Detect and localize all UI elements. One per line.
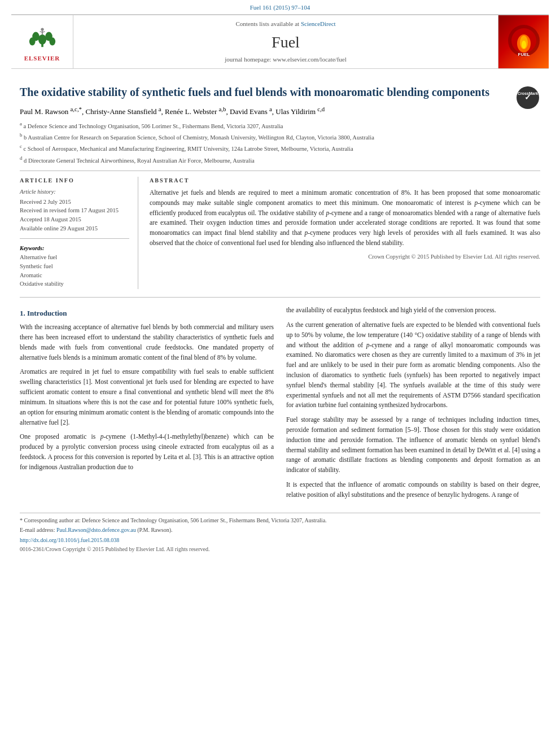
- keywords-section: Keywords: Alternative fuel Synthetic fue…: [20, 244, 129, 289]
- svg-point-5: [49, 38, 55, 46]
- body-para-r2: As the current generation of alternative…: [286, 320, 540, 410]
- email-link[interactable]: Paul.Rawson@dsto.defence.gov.au: [56, 527, 136, 533]
- article-info-label: ARTICLE INFO: [20, 177, 129, 185]
- science-direct-text: Contents lists available at ScienceDirec…: [235, 20, 335, 28]
- article-title: The oxidative stability of synthetic fue…: [20, 85, 540, 99]
- svg-point-1: [38, 34, 46, 45]
- affiliation-a: a a Defence Science and Technology Organ…: [20, 120, 540, 130]
- article-info-column: ARTICLE INFO Article history: Received 2…: [20, 177, 138, 289]
- keyword-2: Synthetic fuel: [20, 263, 129, 271]
- accepted-date: Accepted 18 August 2015: [20, 216, 129, 224]
- science-direct-link[interactable]: ScienceDirect: [301, 20, 336, 27]
- authors-line: Paul M. Rawson a,c,*, Christy-Anne Stans…: [20, 105, 540, 117]
- divider-2: [20, 297, 540, 298]
- doi-link-line: http://dx.doi.org/10.1016/j.fuel.2015.08…: [20, 536, 540, 544]
- article-history: Article history: Received 2 July 2015 Re…: [20, 188, 129, 233]
- copyright-line: Crown Copyright © 2015 Published by Else…: [150, 253, 540, 261]
- fuel-logo-inner: FUEL: [504, 21, 544, 63]
- article-content: The oxidative stability of synthetic fue…: [0, 69, 560, 504]
- journal-name: Fuel: [272, 31, 300, 53]
- body-para-3: One proposed aromatic is p-cymene (1-Met…: [20, 432, 274, 472]
- citation-text: Fuel 161 (2015) 97–104: [250, 4, 310, 11]
- footer: * Corresponding author at: Defence Scien…: [20, 513, 540, 556]
- body-columns: 1. Introduction With the increasing acce…: [20, 305, 540, 505]
- fuel-logo-svg: FUEL: [504, 21, 544, 60]
- crossmark-icon: CrossMark ✓: [517, 86, 539, 109]
- body-para-2: Aromatics are required in jet fuel to en…: [20, 367, 274, 427]
- svg-point-4: [29, 38, 35, 46]
- crossmark-svg: CrossMark ✓: [518, 88, 538, 108]
- crossmark-badge[interactable]: CrossMark ✓: [515, 85, 540, 110]
- abstract-column: ABSTRACT Alternative jet fuels and blend…: [150, 177, 540, 289]
- body-para-r1: the availability of eucalyptus feedstock…: [286, 305, 540, 316]
- svg-point-15: [522, 41, 526, 49]
- affiliation-c: c c School of Aerospace, Mechanical and …: [20, 143, 540, 153]
- available-online-date: Available online 29 August 2015: [20, 225, 129, 233]
- abstract-text: Alternative jet fuels and blends are req…: [150, 188, 540, 248]
- footnote-corresponding: * Corresponding author at: Defence Scien…: [20, 517, 540, 525]
- body-content: 1. Introduction With the increasing acce…: [20, 305, 540, 505]
- elsevier-label: ELSEVIER: [24, 54, 60, 63]
- doi-link[interactable]: http://dx.doi.org/10.1016/j.fuel.2015.08…: [20, 537, 119, 543]
- received-date: Received 2 July 2015: [20, 198, 129, 207]
- journal-center: Contents lists available at ScienceDirec…: [73, 15, 498, 68]
- affiliation-b: b b Australian Centre for Research on Se…: [20, 132, 540, 142]
- body-col-right: the availability of eucalyptus feedstock…: [286, 305, 540, 505]
- svg-point-6: [41, 28, 43, 31]
- journal-homepage: journal homepage: www.elsevier.com/locat…: [225, 55, 347, 64]
- fuel-logo-box: FUEL: [498, 15, 549, 68]
- elsevier-tree-svg: [23, 25, 62, 48]
- elsevier-tree-image: [20, 21, 65, 53]
- body-para-r4: It is expected that the influence of aro…: [286, 480, 540, 500]
- history-title: Article history:: [20, 188, 129, 196]
- footnote-email: E-mail address: Paul.Rawson@dsto.defence…: [20, 526, 540, 534]
- page: Fuel 161 (2015) 97–104: [0, 0, 560, 556]
- keyword-3: Aromatic: [20, 272, 129, 280]
- journal-header: ELSEVIER Contents lists available at Sci…: [11, 14, 549, 69]
- affiliations-section: a a Defence Science and Technology Organ…: [20, 120, 540, 165]
- keywords-title: Keywords:: [20, 244, 129, 252]
- footer-copyright: 0016-2361/Crown Copyright © 2015 Publish…: [20, 545, 540, 553]
- received-revised-date: Received in revised form 17 August 2015: [20, 207, 129, 215]
- divider-keywords: [20, 238, 129, 239]
- keyword-4: Oxidative stability: [20, 280, 129, 289]
- divider-1: [20, 171, 540, 171]
- body-para-r3: Fuel storage stability may be assessed b…: [286, 415, 540, 475]
- section-1-heading: 1. Introduction: [20, 308, 274, 319]
- svg-text:FUEL: FUEL: [518, 52, 530, 57]
- affiliation-d: d d Directorate General Technical Airwor…: [20, 155, 540, 165]
- svg-text:✓: ✓: [524, 93, 531, 102]
- body-para-1: With the increasing acceptance of altern…: [20, 322, 274, 362]
- keyword-1: Alternative fuel: [20, 254, 129, 262]
- info-abstract-columns: ARTICLE INFO Article history: Received 2…: [20, 177, 540, 289]
- top-citation-bar: Fuel 161 (2015) 97–104: [0, 0, 560, 14]
- body-col-left: 1. Introduction With the increasing acce…: [20, 305, 274, 505]
- elsevier-logo-box: ELSEVIER: [11, 15, 73, 68]
- abstract-label: ABSTRACT: [150, 177, 540, 185]
